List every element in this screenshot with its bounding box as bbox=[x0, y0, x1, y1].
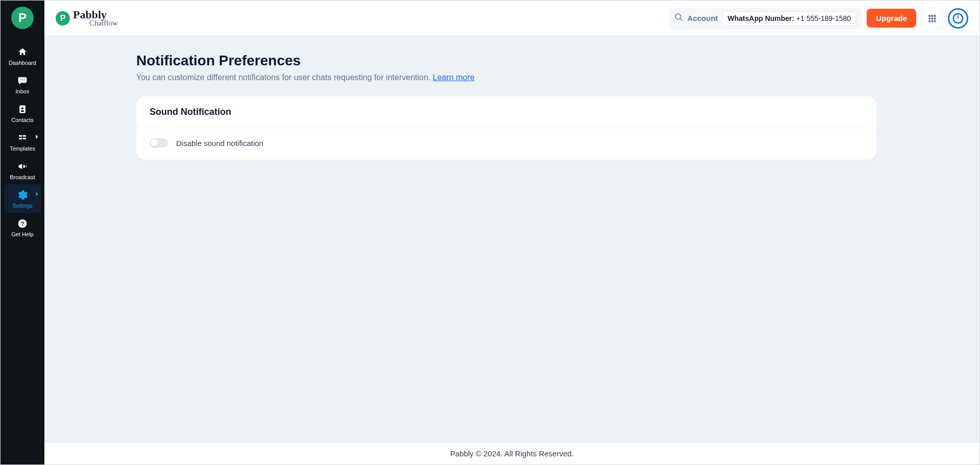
sidebar-item-dashboard[interactable]: Dashboard bbox=[4, 41, 41, 70]
sidebar-item-templates[interactable]: Templates bbox=[4, 127, 41, 156]
svg-rect-23 bbox=[958, 15, 959, 18]
whatsapp-number-pill: WhatsApp Number: +1 555-189-1580 bbox=[722, 11, 857, 26]
svg-rect-20 bbox=[932, 20, 934, 22]
toggle-label: Disable sound notification bbox=[176, 139, 263, 148]
gear-icon bbox=[17, 189, 28, 201]
footer-text: Pabbly © 2024. All Rights Reserved. bbox=[450, 449, 574, 458]
svg-rect-15 bbox=[934, 15, 936, 17]
app-root: P Dashboard Inbox Contacts Templates bbox=[0, 0, 980, 465]
svg-rect-16 bbox=[928, 17, 930, 19]
sidebar: P Dashboard Inbox Contacts Templates bbox=[1, 1, 44, 464]
brand[interactable]: P Pabbly Chatflow bbox=[56, 9, 118, 27]
svg-rect-13 bbox=[928, 15, 930, 17]
profile-button[interactable] bbox=[948, 8, 968, 29]
sidebar-item-contacts[interactable]: Contacts bbox=[4, 99, 41, 127]
svg-rect-21 bbox=[934, 20, 936, 22]
content-inner: Notification Preferences You can customi… bbox=[136, 53, 876, 160]
svg-rect-14 bbox=[932, 15, 934, 17]
account-selector[interactable]: Account WhatsApp Number: +1 555-189-1580 bbox=[669, 8, 862, 29]
upgrade-button[interactable]: Upgrade bbox=[867, 9, 916, 28]
svg-point-2 bbox=[24, 80, 25, 81]
brand-logo-icon: P bbox=[56, 11, 70, 26]
toggle-knob bbox=[151, 139, 158, 146]
svg-rect-7 bbox=[19, 138, 22, 139]
sidebar-item-get-help[interactable]: ? Get Help bbox=[4, 213, 41, 241]
svg-rect-8 bbox=[23, 138, 26, 139]
house-icon bbox=[17, 46, 28, 58]
apps-grid-icon bbox=[927, 14, 937, 23]
nav-label: Contacts bbox=[11, 117, 33, 123]
nav-label: Dashboard bbox=[9, 60, 36, 66]
chevron-right-icon bbox=[35, 134, 39, 140]
svg-line-12 bbox=[680, 18, 682, 21]
svg-point-1 bbox=[22, 80, 23, 81]
account-label: Account bbox=[688, 14, 718, 22]
chevron-right-icon bbox=[35, 191, 39, 198]
page-description: You can customize different notificatons… bbox=[136, 73, 876, 82]
nav-label: Templates bbox=[10, 145, 35, 152]
header-right: Account WhatsApp Number: +1 555-189-1580… bbox=[669, 8, 968, 29]
svg-text:?: ? bbox=[20, 220, 24, 227]
contact-icon bbox=[17, 104, 28, 115]
sidebar-item-settings[interactable]: Settings bbox=[4, 184, 41, 213]
card-title: Sound Notification bbox=[150, 107, 863, 117]
content: Notification Preferences You can customi… bbox=[44, 36, 979, 442]
template-icon bbox=[17, 132, 28, 143]
sidebar-logo[interactable]: P bbox=[11, 7, 34, 29]
nav-label: Broadcast bbox=[10, 174, 35, 180]
footer: Pabbly © 2024. All Rights Reserved. bbox=[44, 442, 979, 464]
svg-rect-6 bbox=[23, 135, 26, 137]
svg-point-11 bbox=[675, 14, 681, 19]
megaphone-icon bbox=[17, 161, 28, 172]
nav-label: Settings bbox=[12, 203, 33, 209]
sound-notification-card: Sound Notification Disable sound notific… bbox=[136, 96, 876, 160]
disable-sound-toggle[interactable] bbox=[150, 138, 168, 148]
brand-text: Pabbly Chatflow bbox=[73, 9, 118, 27]
svg-point-0 bbox=[20, 80, 21, 81]
power-icon bbox=[952, 13, 964, 24]
sidebar-item-broadcast[interactable]: Broadcast bbox=[4, 156, 41, 184]
sidebar-item-inbox[interactable]: Inbox bbox=[4, 70, 41, 99]
brand-sub: Chatflow bbox=[89, 19, 118, 27]
help-icon: ? bbox=[17, 218, 28, 229]
svg-point-4 bbox=[21, 107, 23, 109]
svg-rect-5 bbox=[19, 135, 22, 137]
main: P Pabbly Chatflow Account WhatsApp Numbe… bbox=[44, 1, 979, 464]
header: P Pabbly Chatflow Account WhatsApp Numbe… bbox=[44, 1, 979, 36]
nav-label: Get Help bbox=[11, 231, 33, 237]
apps-button[interactable] bbox=[921, 8, 943, 29]
svg-rect-18 bbox=[934, 17, 936, 19]
chat-icon bbox=[17, 75, 28, 86]
search-icon bbox=[674, 13, 683, 24]
card-header: Sound Notification bbox=[136, 96, 876, 128]
logo-letter: P bbox=[18, 11, 27, 25]
card-body: Disable sound notification bbox=[136, 128, 876, 160]
page-title: Notification Preferences bbox=[136, 53, 876, 69]
nav-label: Inbox bbox=[16, 88, 30, 94]
learn-more-link[interactable]: Learn more bbox=[433, 73, 475, 82]
svg-rect-17 bbox=[932, 17, 934, 19]
svg-rect-19 bbox=[928, 20, 930, 22]
